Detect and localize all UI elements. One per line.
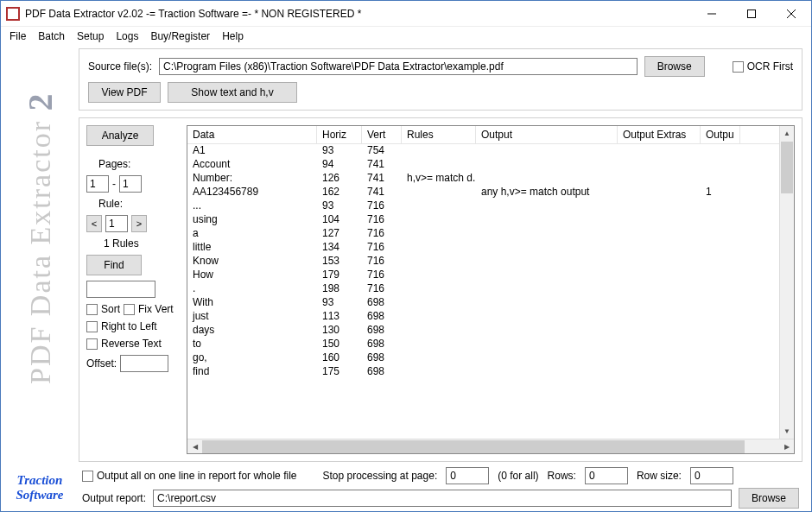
table-cell [701, 241, 740, 255]
show-text-button[interactable]: Show text and h,v [168, 82, 297, 103]
table-row[interactable]: a127716 [187, 227, 794, 241]
table-cell: Know [187, 255, 317, 269]
table-cell: . [187, 282, 317, 296]
table-cell [701, 172, 740, 186]
table-row[interactable]: days130698 [187, 324, 794, 338]
col-header-output[interactable]: Output [476, 126, 618, 143]
table-cell: 153 [317, 255, 362, 269]
menu-file[interactable]: File [10, 30, 26, 42]
table-cell: 127 [317, 227, 362, 241]
table-cell: 716 [362, 269, 402, 282]
table-cell: 716 [362, 213, 402, 227]
table-cell [618, 199, 701, 213]
window-controls [692, 1, 811, 27]
scroll-left-icon[interactable]: ◀ [187, 439, 202, 454]
table-cell [701, 158, 740, 172]
table-cell [618, 296, 701, 310]
table-cell [476, 227, 618, 241]
source-label: Source file(s): [88, 60, 152, 73]
vertical-scrollbar[interactable]: ▲ ▼ [779, 126, 794, 439]
menu-logs[interactable]: Logs [116, 30, 138, 42]
table-cell [701, 255, 740, 269]
col-header-data[interactable]: Data [187, 126, 317, 143]
table-cell: to [187, 338, 317, 351]
stop-page-input[interactable] [446, 467, 489, 484]
ocr-first-checkbox[interactable]: OCR First [733, 60, 793, 73]
close-button[interactable] [771, 1, 811, 27]
fix-vert-checkbox[interactable]: Fix Vert [124, 303, 174, 315]
sort-checkbox[interactable]: Sort [86, 303, 120, 315]
scroll-thumb[interactable] [781, 142, 793, 193]
rtl-checkbox[interactable]: Right to Left [86, 320, 180, 332]
maximize-button[interactable] [732, 1, 771, 27]
table-cell: 179 [317, 269, 362, 282]
table-cell: find [187, 365, 317, 379]
hscroll-thumb[interactable] [202, 440, 745, 453]
rows-input[interactable] [585, 467, 628, 484]
table-row[interactable]: AA123456789162741any h,v>= match output1 [187, 186, 794, 199]
table-row[interactable]: How179716 [187, 269, 794, 282]
horizontal-scrollbar[interactable]: ◀ ▶ [187, 439, 794, 453]
find-button[interactable]: Find [86, 255, 142, 275]
menu-setup[interactable]: Setup [77, 30, 104, 42]
table-row[interactable]: to150698 [187, 338, 794, 351]
col-header-vert[interactable]: Vert [362, 126, 402, 143]
menu-buy-register[interactable]: Buy/Register [150, 30, 210, 42]
table-cell: 93 [317, 144, 362, 158]
output-report-input[interactable] [153, 490, 732, 507]
table-cell [618, 255, 701, 269]
rowsize-input[interactable] [690, 467, 733, 484]
table-cell [476, 310, 618, 324]
col-header-extras[interactable]: Output Extras [618, 126, 701, 143]
table-cell [402, 158, 476, 172]
menu-batch[interactable]: Batch [38, 30, 65, 42]
table-cell: 93 [317, 199, 362, 213]
table-row[interactable]: Know153716 [187, 255, 794, 269]
table-row[interactable]: go,160698 [187, 351, 794, 365]
table-cell: 126 [317, 172, 362, 186]
scroll-up-icon[interactable]: ▲ [780, 126, 794, 141]
table-row[interactable]: A193754 [187, 144, 794, 158]
table-row[interactable]: Number:126741h,v>= match d... [187, 172, 794, 186]
table-cell: 698 [362, 296, 402, 310]
analyze-button[interactable]: Analyze [86, 125, 154, 146]
table-cell: 162 [317, 186, 362, 199]
table-row[interactable]: little134716 [187, 241, 794, 255]
page-from-input[interactable] [86, 175, 109, 193]
browse-report-button[interactable]: Browse [739, 488, 799, 509]
for-all-label: (0 for all) [498, 470, 538, 482]
reverse-text-checkbox[interactable]: Reverse Text [86, 338, 180, 350]
page-to-input[interactable] [119, 175, 142, 193]
table-cell [618, 351, 701, 365]
rule-next-button[interactable]: > [131, 215, 147, 232]
table-row[interactable]: .198716 [187, 282, 794, 296]
table-row[interactable]: ...93716 [187, 199, 794, 213]
view-pdf-button[interactable]: View PDF [88, 82, 161, 103]
table-row[interactable]: just113698 [187, 310, 794, 324]
menu-bar: File Batch Setup Logs Buy/Register Help [1, 27, 811, 48]
find-input[interactable] [86, 281, 155, 298]
product-logo: PDF Data Extractor 2 [20, 57, 60, 420]
minimize-button[interactable] [692, 1, 732, 27]
table-row[interactable]: find175698 [187, 365, 794, 379]
table-cell: just [187, 310, 317, 324]
browse-source-button[interactable]: Browse [644, 56, 705, 77]
table-body[interactable]: A193754Account94741Number:126741h,v>= ma… [187, 144, 794, 439]
table-cell: 741 [362, 172, 402, 186]
source-path-input[interactable] [159, 58, 638, 75]
table-cell [618, 213, 701, 227]
offset-input[interactable] [120, 355, 168, 372]
col-header-horiz[interactable]: Horiz [317, 126, 362, 143]
col-header-outp[interactable]: Outpu [701, 126, 740, 143]
menu-help[interactable]: Help [222, 30, 244, 42]
output-all-checkbox[interactable]: Output all on one line in report for who… [82, 470, 296, 482]
table-row[interactable]: using104716 [187, 213, 794, 227]
table-row[interactable]: Account94741 [187, 158, 794, 172]
stop-page-label: Stop processing at page: [322, 470, 437, 482]
rule-value-input[interactable] [105, 215, 128, 232]
col-header-rules[interactable]: Rules [402, 126, 476, 143]
table-row[interactable]: With93698 [187, 296, 794, 310]
scroll-right-icon[interactable]: ▶ [779, 439, 794, 454]
scroll-down-icon[interactable]: ▼ [780, 424, 794, 439]
rule-prev-button[interactable]: < [86, 215, 102, 232]
